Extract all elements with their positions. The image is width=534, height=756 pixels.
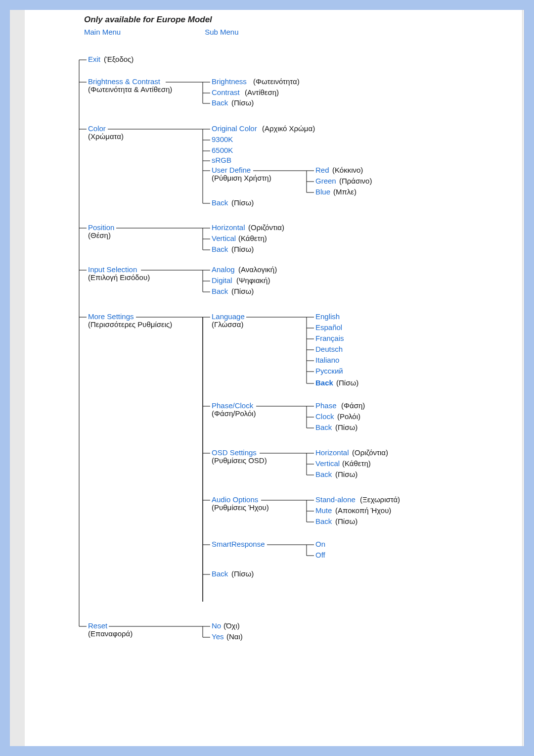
osd-back-gr: (Πίσω): [335, 470, 357, 478]
user-red: Red: [315, 166, 329, 174]
exit-gr: (Έξοδος): [104, 55, 134, 63]
osd-v: Vertical: [315, 459, 340, 468]
header-sub: Sub Menu: [205, 28, 238, 36]
bc-gr: (Φωτεινότητα & Αντίθεση): [88, 85, 172, 94]
exit-item: Exit: [88, 55, 101, 63]
smart-off: Off: [315, 551, 326, 559]
osd-gr: (Ρυθμίσεις OSD): [212, 456, 267, 465]
input-analog-gr: (Αναλογική): [238, 265, 277, 274]
color-back-gr: (Πίσω): [231, 198, 254, 207]
audio-back: Back: [315, 517, 332, 525]
color-6500k: 6500K: [212, 146, 233, 154]
user-green: Green: [315, 177, 336, 185]
lang-back: Back: [315, 378, 334, 387]
smart-item: SmartResponse: [212, 540, 265, 548]
bc-contrast-gr: (Αντίθεση): [245, 88, 279, 96]
pos-item: Position: [88, 223, 114, 232]
lang-english: English: [315, 312, 340, 321]
bc-contrast: Contrast: [212, 88, 240, 96]
lang-gr: (Γλώσσα): [212, 320, 243, 329]
reset-gr: (Επαναφορά): [88, 629, 133, 638]
lang-italiano: Italiano: [315, 356, 339, 364]
osd-back: Back: [315, 470, 332, 478]
input-gr: (Επιλογή Εισόδου): [88, 273, 150, 282]
color-user-gr: (Ρύθμιση Χρήστη): [212, 174, 271, 182]
input-digital: Digital: [212, 276, 232, 284]
bc-brightness: Brightness: [212, 77, 247, 86]
phase-back-gr: (Πίσω): [335, 423, 357, 431]
audio-mute: Mute: [315, 506, 332, 515]
more-gr: (Περισσότερες Ρυθμίσεις): [88, 320, 172, 329]
lang-back-gr: (Πίσω): [336, 378, 358, 387]
osd-item: OSD Settings: [212, 448, 257, 457]
audio-stand: Stand-alone: [315, 495, 356, 504]
page-note: Only available for Europe Model: [84, 15, 519, 25]
color-orig: Original Color: [212, 124, 257, 133]
input-item: Input Selection: [88, 265, 137, 274]
pos-gr: (Θέση): [88, 231, 111, 239]
lang-item: Language: [212, 312, 245, 321]
user-blue-gr: (Μπλε): [333, 188, 356, 196]
reset-no-gr: (Όχι): [223, 621, 240, 630]
input-digital-gr: (Ψηφιακή): [236, 276, 270, 284]
audio-item: Audio Options: [212, 495, 258, 504]
pos-h-gr: (Οριζόντια): [248, 223, 284, 232]
audio-gr: (Ρυθμίσεις Ήχου): [212, 503, 269, 512]
pos-back: Back: [212, 245, 228, 253]
bc-back-gr: (Πίσω): [231, 98, 254, 107]
user-red-gr: (Κόκκινο): [332, 166, 363, 174]
more-back-gr: (Πίσω): [231, 569, 254, 578]
color-srgb: sRGB: [212, 156, 231, 164]
menu-tree: Exit (Έξοδος) Brightness & Contrast (Φωτ…: [74, 50, 480, 663]
phase-clock: Clock: [315, 412, 334, 421]
reset-yes-gr: (Ναι): [226, 632, 243, 641]
pos-v: Vertical: [212, 234, 236, 242]
pos-h: Horizontal: [212, 223, 245, 232]
phase-p-gr: (Φάση): [341, 401, 365, 410]
header-main: Main Menu: [84, 28, 203, 36]
bc-back: Back: [212, 98, 228, 107]
reset-item: Reset: [88, 621, 108, 630]
more-back: Back: [212, 569, 228, 578]
margin-shade: [10, 10, 25, 746]
reset-yes: Yes: [212, 632, 223, 641]
lang-deutsch: Deutsch: [315, 345, 343, 353]
bc-brightness-gr: (Φωτεινότητα): [253, 77, 300, 86]
pos-v-gr: (Κάθετη): [238, 234, 267, 242]
audio-back-gr: (Πίσω): [335, 517, 357, 525]
lang-russian: Русский: [315, 367, 343, 375]
phase-phase: Phase: [315, 401, 337, 410]
color-item: Color: [88, 124, 106, 133]
phase-c-gr: (Ρολόι): [337, 412, 360, 421]
color-user: User Define: [212, 166, 251, 174]
reset-no: No: [212, 621, 221, 630]
osd-v-gr: (Κάθετη): [342, 459, 371, 468]
audio-mute-gr: (Αποκοπή Ήχου): [335, 506, 391, 515]
document-page: Only available for Europe Model Main Men…: [10, 10, 524, 746]
pos-back-gr: (Πίσω): [231, 245, 254, 253]
input-analog: Analog: [212, 265, 235, 274]
input-back: Back: [212, 287, 228, 295]
lang-francais: Français: [315, 334, 344, 342]
phase-back: Back: [315, 423, 332, 431]
color-gr: (Χρώματα): [88, 132, 124, 141]
color-back: Back: [212, 198, 228, 207]
color-9300k: 9300K: [212, 135, 233, 143]
more-item: More Settings: [88, 312, 134, 321]
osd-h-gr: (Οριζόντια): [352, 448, 388, 457]
input-back-gr: (Πίσω): [231, 287, 254, 295]
user-green-gr: (Πράσινο): [339, 177, 372, 185]
user-blue: Blue: [315, 188, 330, 196]
audio-stand-gr: (Ξεχωριστά): [360, 495, 400, 504]
bc-item: Brightness & Contrast: [88, 77, 161, 86]
smart-on: On: [315, 540, 325, 548]
osd-h: Horizontal: [315, 448, 349, 457]
phase-item: Phase/Clock: [212, 401, 254, 410]
phase-gr: (Φάση/Ρολόι): [212, 409, 256, 418]
column-headers: Main Menu Sub Menu: [84, 28, 519, 36]
color-orig-gr: (Αρχικό Χρώμα): [262, 124, 315, 133]
lang-espanol: Español: [315, 323, 342, 331]
